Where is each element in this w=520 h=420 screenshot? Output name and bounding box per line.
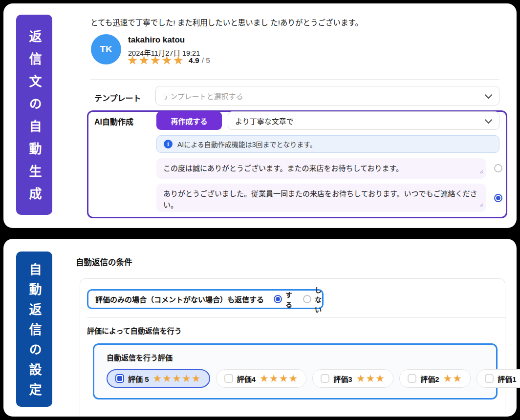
rating-chip-3-checkbox[interactable] [321,374,329,383]
option-no-label[interactable]: しない [315,285,322,314]
option-no-radio[interactable] [303,295,311,303]
by-rating-heading: 評価によって自動返信を行う [87,325,182,336]
info-banner: i AIによる自動作成機能は3回までとなります。 [156,135,499,153]
tone-select-value: より丁寧な文章で [235,116,294,126]
rating-chip-5-label: 評価 5 [128,374,149,384]
star-rating-icons: ★★★★ [260,373,298,384]
rating-chip-4[interactable]: 評価4 ★★★★ [216,369,307,388]
resize-handle-icon[interactable] [478,166,483,177]
divider [87,317,506,318]
rating-chip-5[interactable]: 評価 5 ★★★★★ [107,369,210,388]
auto-reply-settings-banner-label: 自動返信の設定 [28,255,41,403]
resize-handle-icon[interactable] [478,199,483,210]
ai-autocreate-label: AI自動作成 [94,115,133,127]
suggestion-1-radio[interactable] [494,164,502,172]
template-select-placeholder: テンプレートと選択する [163,91,243,101]
template-select[interactable]: テンプレートと選択する [155,86,499,105]
rating-chips-row: 評価 5 ★★★★★ 評価4 ★★★★ 評価3 ★★★ 評価2 ★★ 評価1 [107,369,520,388]
auto-reply-settings-card: 自動返信の設定 自動返信の条件 評価のみの場合（コメントがない場合）も返信する … [4,239,516,416]
tone-select[interactable]: より丁寧な文章で [228,111,499,130]
template-label: テンプレート [94,92,141,104]
star-rating-icons: ★★★★★ [153,373,201,384]
review-rating: ★★★★★ 4.9 / 5 [127,54,210,66]
review-comment: とても迅速で丁寧でした! また利用したいと思いまし た!ありがとうございます。 [90,17,363,27]
rating-only-rule-box: 評価のみの場合（コメントがない場合）も返信する する しない [87,289,324,309]
reviewer-name: takahiro katou [128,35,185,45]
chevron-down-icon [485,91,493,99]
reply-generation-banner: 返信文の自動生成 [16,15,52,215]
rating-chip-1-checkbox[interactable] [485,374,494,383]
regenerate-button[interactable]: 再作成する [156,111,222,130]
option-yes[interactable]: する [274,290,292,309]
rating-chip-2-checkbox[interactable] [408,374,416,383]
option-yes-radio[interactable] [274,295,282,303]
rating-only-rule-label: 評価のみの場合（コメントがない場合）も返信する [95,294,264,304]
avatar: TK [91,34,121,64]
rating-max: / 5 [202,56,210,65]
rating-chip-4-checkbox[interactable] [224,374,233,383]
ai-suggestion-text-2: ありがとうございました。従業員一同またの来店をお待ちしております。いつでもご連絡… [163,189,477,209]
regenerate-button-label: 再作成する [171,116,207,126]
rating-chip-2[interactable]: 評価2 ★★ [399,369,471,388]
star-rating-icons: ★★★ [356,373,385,384]
option-yes-label[interactable]: する [285,290,292,309]
ai-suggestion-textarea-2[interactable]: ありがとうございました。従業員一同またの来店をお待ちしております。いつでもご連絡… [156,184,486,212]
chevron-down-icon [485,116,493,124]
rating-chip-2-label: 評価2 [420,374,439,384]
rating-chip-3-label: 評価3 [333,374,352,384]
suggestion-2-radio[interactable] [494,194,502,202]
star-rating-icons: ★★ [443,373,462,384]
auto-reply-ratings-label: 自動返信を行う評価 [107,352,173,362]
ai-suggestion-textarea-1[interactable]: この度は誠にありがとうございます。またの来店をお待ちしております。 [156,158,486,179]
reply-generation-banner-label: 返信文の自動生成 [28,20,41,210]
reply-generation-card: 返信文の自動生成 とても迅速で丁寧でした! また利用したいと思いまし た!ありが… [4,4,516,228]
rating-chip-1-label: 評価1 [498,374,516,384]
avatar-initials: TK [100,44,112,55]
info-icon: i [164,140,173,148]
rating-chip-1[interactable]: 評価1 ★ [477,369,520,388]
divider [90,79,499,80]
ai-suggestion-text-1: この度は誠にありがとうございます。またの来店をお待ちしております。 [163,164,403,172]
conditions-heading: 自動返信の条件 [76,256,132,268]
page-background: 返信文の自動生成 とても迅速で丁寧でした! また利用したいと思いまし た!ありが… [0,0,520,420]
rating-chip-4-label: 評価4 [237,374,256,384]
rating-chip-3[interactable]: 評価3 ★★★ [312,369,393,388]
star-rating-icons: ★★★★★ [127,54,184,66]
rating-chip-5-checkbox[interactable] [115,374,124,383]
info-banner-text: AIによる自動作成機能は3回までとなります。 [177,139,317,149]
rating-value: 4.9 [189,56,199,65]
option-no[interactable]: しない [303,285,322,314]
auto-reply-settings-banner: 自動返信の設定 [16,252,52,407]
